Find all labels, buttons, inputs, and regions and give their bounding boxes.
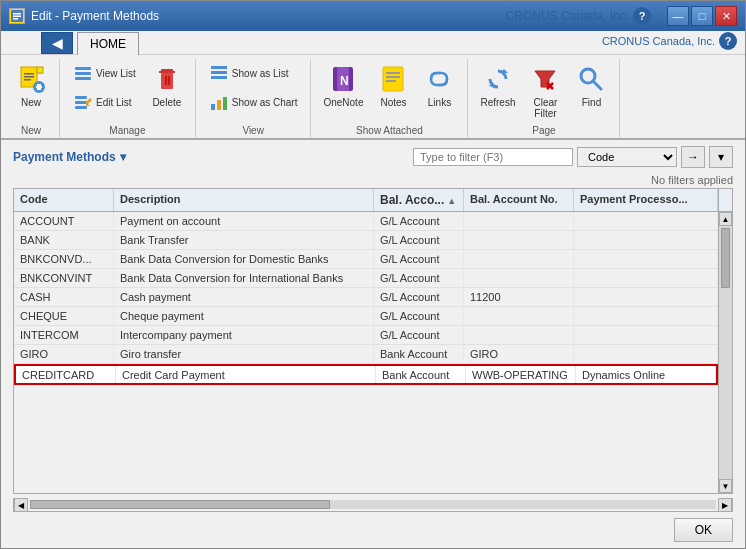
scroll-right-button[interactable]: ▶ [718, 498, 732, 512]
col-header-bal[interactable]: Bal. Acco... ▲ [374, 189, 464, 211]
horizontal-scrollbar[interactable]: ◀ ▶ [13, 498, 733, 512]
titlebar: Edit - Payment Methods CRONUS Canada, In… [1, 1, 745, 31]
scroll-up-button[interactable]: ▲ [719, 212, 732, 226]
notes-icon [377, 63, 409, 95]
cell-description: Giro transfer [114, 345, 374, 363]
filter-expand-button[interactable]: ▾ [709, 146, 733, 168]
onenote-button[interactable]: N OneNote [317, 59, 369, 112]
cell-code: CHEQUE [14, 307, 114, 325]
svg-rect-18 [75, 106, 87, 109]
help-button-2[interactable]: ? [719, 32, 737, 50]
svg-rect-36 [386, 76, 400, 78]
ribbon-group-view: Show as List Show as Chart View [198, 59, 312, 138]
filter-field-select[interactable]: Code Description [577, 147, 677, 167]
new-button[interactable]: New [9, 59, 53, 112]
footer: OK [1, 512, 745, 548]
new-icon [15, 63, 47, 95]
hscroll-thumb[interactable] [30, 500, 330, 509]
hscroll-track[interactable] [30, 500, 716, 509]
cell-payment-processor [574, 307, 718, 325]
show-as-list-button[interactable]: Show as List [202, 59, 305, 87]
cell-bal-account: G/L Account [374, 231, 464, 249]
links-icon [423, 63, 455, 95]
no-filters-label: No filters applied [1, 172, 745, 188]
svg-rect-13 [75, 67, 91, 70]
maximize-button[interactable]: □ [691, 6, 713, 26]
table-row[interactable]: BNKCONVINT Bank Data Conversion for Inte… [14, 269, 718, 288]
ribbon-group-view-label: View [202, 125, 305, 136]
view-list-label: View List [96, 68, 136, 79]
scroll-down-button[interactable]: ▼ [719, 479, 732, 493]
cell-payment-processor [574, 345, 718, 363]
tab-home[interactable]: HOME [77, 32, 139, 55]
find-button[interactable]: Find [569, 59, 613, 112]
scroll-left-button[interactable]: ◀ [14, 498, 28, 512]
find-icon [575, 63, 607, 95]
svg-rect-2 [13, 16, 21, 18]
cell-code: BNKCONVD... [14, 250, 114, 268]
vertical-scrollbar[interactable]: ▲ ▼ [718, 212, 732, 493]
svg-rect-1 [13, 13, 21, 15]
svg-rect-25 [211, 66, 227, 69]
view-list-button[interactable]: View List [66, 59, 143, 87]
ribbon-group-page: Refresh ClearFilter [470, 59, 620, 138]
clear-filter-button[interactable]: ClearFilter [523, 59, 567, 123]
cell-bal-account-no [464, 326, 574, 344]
col-header-processor[interactable]: Payment Processo... [574, 189, 718, 211]
table-row[interactable]: CHEQUE Cheque payment G/L Account [14, 307, 718, 326]
svg-rect-16 [75, 96, 87, 99]
cell-bal-account-no [464, 307, 574, 325]
minimize-button[interactable]: — [667, 6, 689, 26]
cell-description: Payment on account [114, 212, 374, 230]
cell-code: CREDITCARD [16, 366, 116, 384]
table-header-inner: Code Description Bal. Acco... ▲ Bal. Acc… [14, 189, 718, 211]
svg-rect-6 [37, 67, 43, 73]
filter-input[interactable] [413, 148, 573, 166]
notes-button[interactable]: Notes [371, 59, 415, 112]
links-button[interactable]: Links [417, 59, 461, 112]
svg-rect-37 [386, 80, 396, 82]
col-header-description[interactable]: Description [114, 189, 374, 211]
app-icon [9, 8, 25, 24]
company-name: CRONUS Canada, Inc. ? [498, 3, 659, 29]
cell-description: Credit Card Payment [116, 366, 376, 384]
col-header-balno[interactable]: Bal. Account No. [464, 189, 574, 211]
view-list-icon [73, 63, 93, 83]
cell-payment-processor [574, 212, 718, 230]
clear-filter-icon [529, 63, 561, 95]
svg-rect-23 [165, 76, 167, 85]
nav-back-button[interactable]: ◀ [41, 32, 73, 54]
svg-rect-29 [217, 100, 221, 110]
filter-go-button[interactable]: → [681, 146, 705, 168]
filter-area: Code Description → ▾ [413, 146, 733, 168]
cell-bal-account-no [464, 231, 574, 249]
table-header: Code Description Bal. Acco... ▲ Bal. Acc… [14, 189, 732, 212]
cell-code: ACCOUNT [14, 212, 114, 230]
table-row[interactable]: INTERCOM Intercompany payment G/L Accoun… [14, 326, 718, 345]
table-row[interactable]: BNKCONVD... Bank Data Conversion for Dom… [14, 250, 718, 269]
close-button[interactable]: ✕ [715, 6, 737, 26]
ribbon-group-new-items: New [9, 59, 53, 123]
svg-text:N: N [340, 74, 349, 88]
help-button[interactable]: ? [633, 7, 651, 25]
view-pair: Show as List Show as Chart [202, 59, 305, 116]
scroll-thumb[interactable] [721, 228, 730, 288]
scroll-track[interactable] [719, 226, 732, 479]
page-title-dropdown-icon[interactable]: ▾ [120, 150, 126, 164]
delete-button[interactable]: Delete [145, 59, 189, 112]
table-row[interactable]: CREDITCARD Credit Card Payment Bank Acco… [14, 364, 718, 385]
cell-payment-processor [574, 269, 718, 287]
table-row[interactable]: BANK Bank Transfer G/L Account [14, 231, 718, 250]
table-row[interactable]: CASH Cash payment G/L Account 11200 [14, 288, 718, 307]
table-row[interactable]: GIRO Giro transfer Bank Account GIRO [14, 345, 718, 364]
show-as-chart-button[interactable]: Show as Chart [202, 88, 305, 116]
table-body: ACCOUNT Payment on account G/L Account B… [14, 212, 718, 493]
cell-payment-processor [574, 288, 718, 306]
ok-button[interactable]: OK [674, 518, 733, 542]
refresh-button[interactable]: Refresh [474, 59, 521, 112]
delete-button-label: Delete [152, 97, 181, 108]
cell-code: BANK [14, 231, 114, 249]
table-row[interactable]: ACCOUNT Payment on account G/L Account [14, 212, 718, 231]
edit-list-button[interactable]: Edit List [66, 88, 143, 116]
col-header-code[interactable]: Code [14, 189, 114, 211]
